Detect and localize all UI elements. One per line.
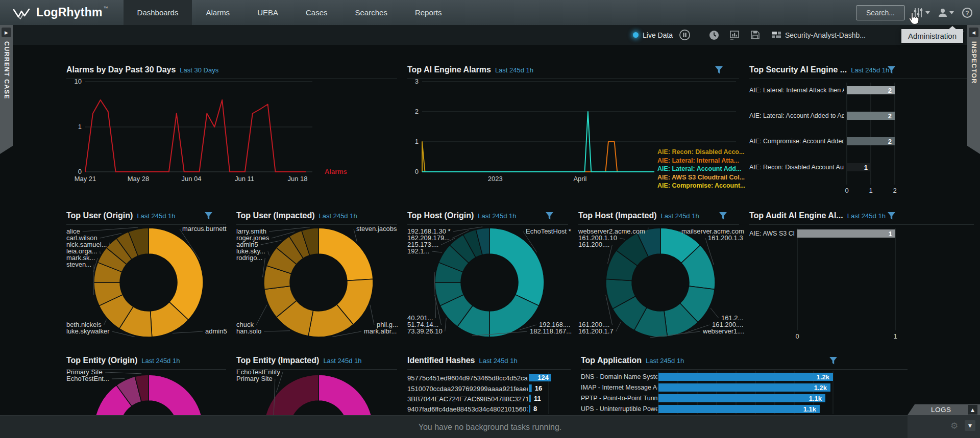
bar-value: 11 [534, 395, 541, 402]
aie-line-series[interactable] [422, 142, 654, 172]
filter-icon[interactable] [545, 212, 554, 220]
panel-title: Top Host (Origin) [407, 211, 474, 220]
x-axis-tick: Jun 04 [181, 175, 201, 183]
pause-button[interactable] [679, 25, 691, 45]
callout-line [105, 372, 141, 374]
panel-identified-hashes: Identified HashesLast 245d 1h 95775c451e… [403, 353, 577, 415]
hash-label: 3BB7044EAC724F7AC698504788C32712 [407, 395, 528, 403]
alarms-line-series[interactable] [85, 100, 306, 172]
nav-tab-alarms[interactable]: Alarms [192, 0, 243, 25]
bar[interactable] [529, 395, 531, 402]
collapse-down-icon[interactable]: ▼ [965, 420, 975, 431]
expand-inspector-icon[interactable]: ◀ [969, 28, 978, 37]
bar-value: 124 [529, 374, 549, 381]
panel-title: Top Host (Impacted) [578, 211, 656, 220]
panel-timerange: Last 245d 1h [141, 357, 180, 365]
callout-line [710, 308, 719, 318]
settings-sliders-icon[interactable] [913, 7, 930, 18]
panel-timerange: Last 245d 1h [323, 357, 361, 365]
x-axis-tick: May 21 [75, 175, 96, 183]
panel-title: Top User (Origin) [66, 211, 133, 220]
logs-corner-panel: ⚙ ▼ [908, 415, 980, 438]
logrhythm-logo[interactable]: LogRhythm™ [0, 0, 124, 25]
live-data-indicator-icon [633, 32, 639, 38]
panel-timerange: Last 245d 1h [660, 212, 699, 220]
user-profile-icon[interactable] [938, 8, 954, 18]
filter-icon[interactable] [887, 66, 896, 74]
legend-entry[interactable]: AIE: Lateral: Internal Atta... [657, 157, 739, 164]
svg-text:?: ? [965, 9, 969, 16]
bar[interactable] [529, 405, 530, 413]
y-axis-tick: 2 [415, 108, 419, 115]
donut-slice[interactable] [149, 228, 203, 320]
donut-slice[interactable] [489, 228, 544, 306]
bar-value: 1.1k [658, 405, 816, 413]
bar-value: 1 [847, 164, 868, 171]
add-widget-button[interactable] [729, 25, 740, 45]
live-data-label: Live Data [643, 31, 673, 39]
search-button[interactable]: Search... [856, 5, 905, 20]
panel-timerange: Last 245d 1h [137, 212, 175, 220]
chart-top-host-origin: 192.168.1.30 *162.209.179...215.173....1… [403, 208, 574, 341]
nav-tab-searches[interactable]: Searches [341, 0, 401, 25]
filter-icon[interactable] [204, 212, 213, 220]
callout-line [620, 238, 625, 239]
legend-entry[interactable]: AIE: Lateral: Account Add... [657, 165, 741, 172]
bar[interactable] [529, 384, 532, 392]
time-range-button[interactable] [708, 25, 720, 45]
callout-line [112, 378, 125, 379]
nav-tab-reports[interactable]: Reports [401, 0, 456, 25]
legend-entry[interactable]: AIE: AWS S3 Cloudtrail Col... [657, 174, 745, 181]
dashboard-selector[interactable]: Security-Analyst-Dashb... [772, 25, 866, 45]
logs-expand-up-icon[interactable]: ▲ [968, 405, 977, 415]
filter-icon[interactable] [887, 212, 896, 220]
panel-title: Top Entity (Impacted) [236, 356, 319, 365]
bar-category-label: IMAP - Internet Message Access Pr... [581, 384, 657, 391]
donut-callout-label: Primary Site [236, 375, 273, 382]
filter-icon[interactable] [719, 212, 727, 220]
nav-tab-ueba[interactable]: UEBA [243, 0, 292, 25]
bar-category-label: DNS - Domain Name System [581, 373, 657, 380]
panel-title: Identified Hashes [407, 356, 475, 365]
logs-label: LOGS [931, 406, 951, 414]
filter-icon[interactable] [829, 356, 838, 365]
aie-line-series[interactable] [422, 142, 654, 172]
callout-line [100, 251, 101, 254]
donut-callout-label: EchoTestEnt... [66, 375, 109, 382]
save-dashboard-button[interactable] [750, 25, 761, 45]
panel-timerange: Last 245d 1h [479, 357, 517, 365]
panel-timerange: Last 245d 1h [851, 66, 889, 74]
top-nav-bar: LogRhythm™ Dashboards Alarms UEBA Cases … [0, 0, 980, 25]
chevron-down-icon [949, 11, 954, 14]
gear-icon[interactable]: ⚙ [950, 421, 958, 431]
help-icon[interactable]: ? [962, 7, 973, 18]
live-data-toggle[interactable]: Live Data [633, 25, 673, 45]
donut-callout-label: luke.skywalker [66, 327, 110, 335]
legend-entry[interactable]: AIE: Compromise: Account... [657, 182, 745, 189]
donut-slice[interactable] [318, 228, 373, 280]
legend-entry[interactable]: Alarms [325, 168, 347, 175]
logo-text: LogRhythm [36, 6, 103, 19]
panel-title: Top Audit AI Engine Al... [749, 211, 843, 220]
expand-current-case-icon[interactable]: ▶ [2, 28, 11, 37]
nav-tab-dashboards[interactable]: Dashboards [124, 0, 192, 25]
administration-tooltip: Administration [901, 29, 963, 43]
x-axis-tick: Jun 11 [235, 175, 254, 183]
panel-top-application: Top ApplicationLast 245d 1h DNS - Domain… [577, 353, 914, 415]
nav-tab-cases[interactable]: Cases [292, 0, 341, 25]
donut-callout-label: rodrigo... [236, 254, 262, 262]
legend-entry[interactable]: AIE: Recon: Disabled Acco... [657, 148, 744, 156]
chart-top-audit-ai-engine: 01AIE: AWS S3 Cl...1 [745, 208, 980, 341]
panel-title: Alarms by Day Past 30 Days [66, 65, 176, 74]
chevron-down-icon [925, 11, 930, 14]
panel-timerange: Last 245d 1h [495, 66, 533, 74]
current-case-rail[interactable]: ▶ CURRENT CASE [0, 25, 13, 154]
logo-trademark: ™ [104, 6, 108, 11]
filter-icon[interactable] [715, 66, 723, 74]
panel-timerange: Last 245d 1h [478, 212, 516, 220]
inspector-rail[interactable]: ◀ INSPECTOR [967, 25, 980, 154]
chart-alarms-by-day: 1010May 21May 28Jun 04Jun 11Jun 18Alarms [62, 62, 403, 194]
logs-tab[interactable]: LOGS ▲ [908, 404, 980, 415]
status-bar: You have no background tasks running. [0, 415, 980, 438]
question-mark-icon: ? [962, 7, 973, 18]
